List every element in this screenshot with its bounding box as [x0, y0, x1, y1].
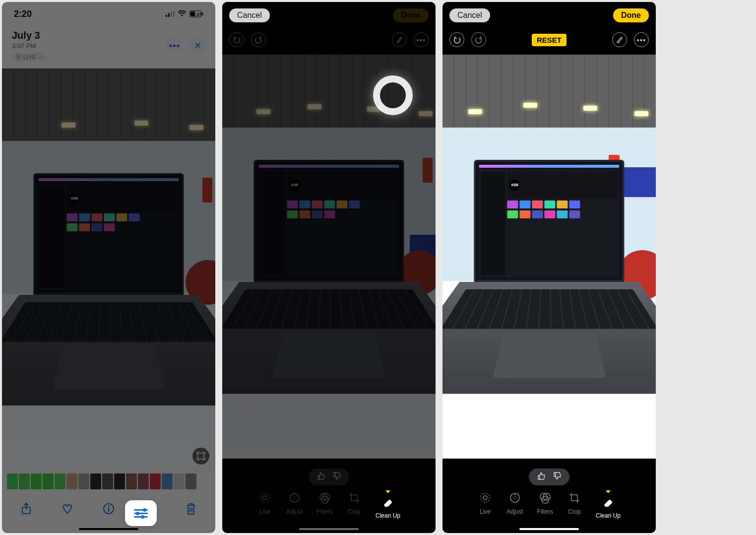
- svg-point-23: [483, 496, 487, 500]
- cancel-button[interactable]: Cancel: [449, 8, 490, 22]
- svg-text:47: 47: [196, 12, 201, 17]
- more-button[interactable]: •••: [414, 32, 429, 47]
- delete-button[interactable]: [181, 499, 201, 519]
- live-badge[interactable]: LIVE ⌄: [12, 53, 47, 61]
- tab-clean-up[interactable]: Clean Up: [596, 490, 621, 525]
- svg-rect-15: [108, 508, 109, 512]
- filters-icon: [317, 490, 332, 505]
- markup-button[interactable]: [612, 32, 627, 47]
- feedback-pill: [309, 468, 349, 485]
- adjust-dial-icon: [287, 490, 302, 505]
- redo-icon: [254, 36, 262, 44]
- feedback-pill: [529, 468, 569, 485]
- trash-icon: [186, 502, 196, 515]
- live-icon: [478, 490, 493, 505]
- markup-button[interactable]: [392, 32, 407, 47]
- svg-rect-7: [202, 12, 203, 15]
- undo-button[interactable]: [449, 32, 464, 47]
- crop-icon: [347, 490, 362, 505]
- visual-lookup-button[interactable]: [192, 448, 209, 465]
- photo-date: July 3: [12, 30, 47, 41]
- more-options-button[interactable]: •••: [167, 38, 183, 54]
- photo-subject-laptop: iGB: [19, 173, 198, 390]
- svg-point-9: [18, 56, 20, 58]
- favorite-button[interactable]: [58, 499, 77, 519]
- undo-icon: [453, 36, 461, 44]
- tab-live[interactable]: Live: [478, 490, 493, 525]
- editor-mode-tabs: Live Adjust Filters Crop Clean Up: [222, 485, 436, 525]
- redo-button[interactable]: [471, 32, 486, 47]
- done-button[interactable]: Done: [613, 8, 649, 22]
- tab-crop[interactable]: Crop: [347, 490, 362, 525]
- photo-editor-screen-brushing: Cancel Done •••: [222, 2, 436, 533]
- svg-point-17: [260, 493, 269, 502]
- info-icon: [103, 503, 115, 515]
- home-indicator[interactable]: [222, 525, 436, 533]
- tab-filters[interactable]: Filters: [537, 490, 553, 525]
- reset-button[interactable]: RESET: [532, 34, 567, 46]
- svg-point-26: [513, 496, 516, 499]
- home-indicator[interactable]: [2, 525, 215, 533]
- share-button[interactable]: [16, 499, 36, 519]
- home-indicator[interactable]: [442, 525, 656, 533]
- close-button[interactable]: ✕: [189, 38, 205, 54]
- status-bar: 2:20 47: [2, 2, 215, 24]
- active-caret-icon: [385, 490, 390, 493]
- photo-thumbnail-strip[interactable]: [2, 470, 215, 492]
- live-icon: [257, 490, 272, 505]
- tab-clean-up[interactable]: Clean Up: [376, 490, 400, 525]
- cell-signal-icon: [166, 9, 175, 19]
- editor-mode-tabs: Live Adjust Filters Crop Clean Up: [442, 485, 656, 525]
- tab-adjust[interactable]: Adjust: [286, 490, 303, 525]
- editor-canvas[interactable]: iGB: [222, 55, 436, 459]
- undo-button[interactable]: [229, 32, 244, 47]
- svg-rect-1: [168, 13, 170, 17]
- tab-live[interactable]: Live: [257, 490, 272, 525]
- redo-button[interactable]: [251, 32, 266, 47]
- tab-crop[interactable]: Crop: [567, 490, 582, 525]
- thumbs-down-button[interactable]: [553, 471, 562, 482]
- battery-icon: 47: [189, 10, 203, 17]
- thumbs-up-icon: [537, 471, 546, 480]
- thumbs-down-icon: [553, 471, 562, 480]
- photo-time: 3:07 PM: [12, 42, 47, 50]
- ellipsis-icon: •••: [169, 41, 180, 51]
- thumbs-up-button[interactable]: [316, 471, 325, 482]
- undo-icon: [233, 36, 241, 44]
- edit-button-highlighted[interactable]: [125, 500, 157, 526]
- wifi-icon: [178, 9, 187, 19]
- photo-editor-screen-result: Cancel Done RESET •••: [442, 2, 656, 533]
- tab-filters[interactable]: Filters: [316, 490, 333, 525]
- svg-point-19: [293, 496, 296, 499]
- ellipsis-icon: •••: [417, 36, 426, 44]
- done-button[interactable]: Done: [393, 8, 429, 22]
- thumbs-up-icon: [316, 471, 325, 480]
- eraser-icon: [380, 494, 395, 509]
- svg-rect-2: [171, 12, 172, 17]
- more-button[interactable]: •••: [634, 32, 649, 47]
- heart-icon: [61, 503, 74, 515]
- bottom-toolbar: [2, 492, 215, 525]
- svg-point-14: [108, 506, 109, 507]
- redo-icon: [475, 36, 483, 44]
- thumbs-down-button[interactable]: [332, 471, 341, 482]
- filters-icon: [538, 490, 553, 505]
- cleanup-brush-cursor: [373, 75, 413, 115]
- tab-adjust[interactable]: Adjust: [506, 490, 523, 525]
- cancel-button[interactable]: Cancel: [229, 8, 270, 22]
- active-caret-icon: [606, 490, 611, 493]
- photo-viewport[interactable]: iGB: [2, 68, 215, 470]
- thumbs-up-button[interactable]: [537, 471, 546, 482]
- markup-pen-icon: [396, 36, 403, 43]
- chevron-down-icon: ⌄: [38, 54, 43, 60]
- close-icon: ✕: [194, 40, 201, 51]
- svg-rect-11: [198, 453, 204, 459]
- info-button[interactable]: [99, 499, 119, 519]
- svg-point-4: [181, 14, 183, 16]
- photos-view-screen: 2:20 47 July 3 3:07 PM LIVE ⌄ •••: [2, 2, 215, 533]
- crop-icon: [567, 490, 582, 505]
- adjust-dial-icon: [507, 490, 522, 505]
- ellipsis-icon: •••: [637, 36, 646, 44]
- eraser-icon: [601, 494, 616, 509]
- editor-canvas[interactable]: iGB: [442, 55, 656, 459]
